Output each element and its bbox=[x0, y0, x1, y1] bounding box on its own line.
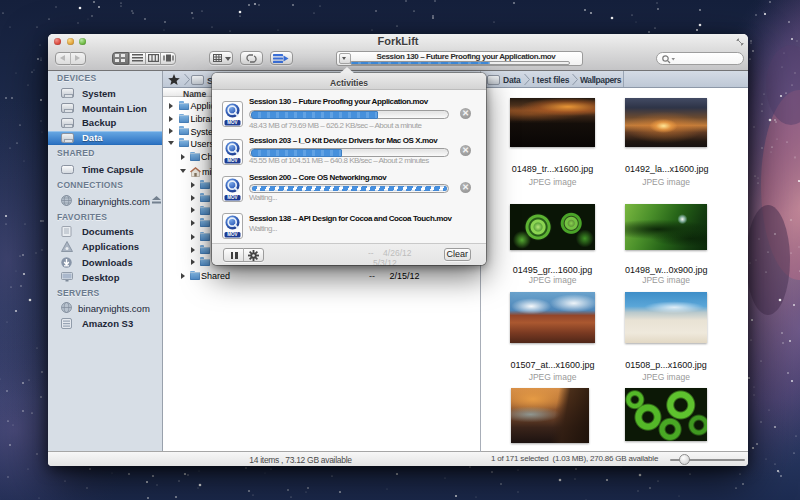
svg-text:MOV: MOV bbox=[227, 195, 237, 200]
svg-text:MOV: MOV bbox=[227, 158, 237, 163]
svg-text:MOV: MOV bbox=[227, 120, 237, 125]
svg-text:MOV: MOV bbox=[227, 232, 237, 237]
